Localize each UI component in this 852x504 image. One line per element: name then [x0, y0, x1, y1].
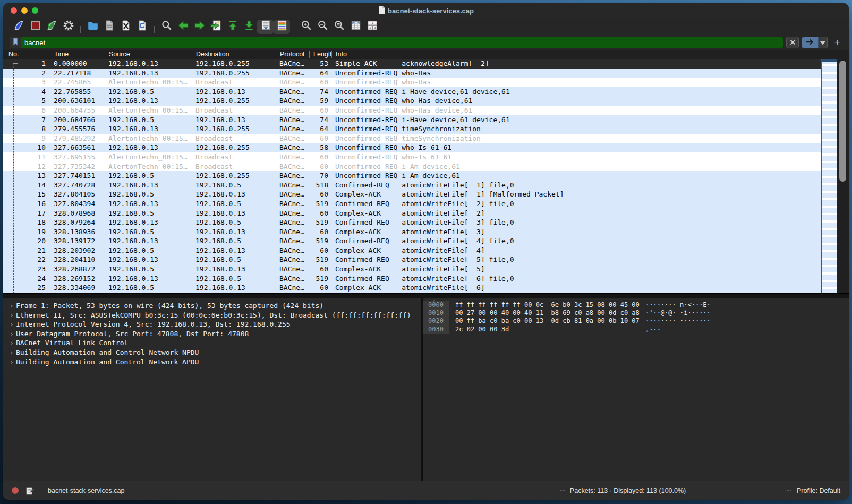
- zoom-reset-button[interactable]: [331, 20, 347, 34]
- detail-tree-item[interactable]: ›Internet Protocol Version 4, Src: 192.1…: [3, 320, 421, 329]
- hex-ascii[interactable]: ,···=: [645, 326, 664, 334]
- detail-tree-label: Frame 1: Packet, 53 bytes on wire (424 b…: [16, 302, 323, 310]
- packet-row[interactable]: 23328.268872192.168.0.5192.168.0.13BACne…: [3, 264, 849, 274]
- packet-row[interactable]: 9279.485292AlertonTechn_00:15…BroadcastB…: [3, 134, 849, 143]
- packet-row[interactable]: 20328.139172192.168.0.13192.168.0.5BACne…: [3, 236, 849, 246]
- packet-row[interactable]: 14327.740728192.168.0.13192.168.0.5BACne…: [3, 181, 849, 190]
- detail-tree-item[interactable]: ›Building Automation and Control Network…: [3, 348, 421, 357]
- packet-row[interactable]: 322.745865AlertonTechn_00:15…BroadcastBA…: [3, 78, 849, 87]
- restart-capture-button[interactable]: [44, 20, 60, 34]
- hex-ascii[interactable]: ········ n·<···E·: [645, 301, 711, 309]
- capture-options-button[interactable]: [60, 20, 76, 34]
- expand-chevron-icon[interactable]: ›: [7, 357, 16, 367]
- go-back-button[interactable]: [175, 20, 191, 34]
- packet-row[interactable]: 5200.636101192.168.0.13192.168.0.255BACn…: [3, 96, 849, 106]
- reload-file-button[interactable]: [134, 20, 150, 34]
- filter-bookmark-button[interactable]: [10, 37, 21, 48]
- packet-row[interactable]: 18328.079264192.168.0.13192.168.0.5BACne…: [3, 218, 849, 227]
- expert-info-icon[interactable]: [12, 487, 19, 494]
- expand-chevron-icon[interactable]: ›: [7, 338, 16, 348]
- expand-chevron-icon[interactable]: ›: [7, 311, 16, 320]
- packet-row[interactable]: 8279.455576192.168.0.13192.168.0.255BACn…: [3, 124, 849, 134]
- packet-row[interactable]: 16327.804394192.168.0.13192.168.0.5BACne…: [3, 199, 849, 209]
- hex-row[interactable]: 002000 ff ba c0 ba c0 00 13 0d cb 81 0a …: [423, 317, 849, 325]
- packet-minimap[interactable]: [821, 59, 837, 293]
- packet-row[interactable]: 10.000000192.168.0.13192.168.0.255BACne……: [3, 59, 849, 69]
- save-file-button[interactable]: [101, 20, 117, 34]
- toolbar-separator: [294, 21, 294, 33]
- hex-ascii[interactable]: ········ ········: [645, 317, 711, 325]
- detail-tree-item[interactable]: ›Building Automation and Control Network…: [3, 357, 421, 367]
- packet-row[interactable]: 24328.269152192.168.0.13192.168.0.5BACne…: [3, 274, 849, 284]
- go-first-button[interactable]: [224, 20, 241, 34]
- expand-chevron-icon[interactable]: ›: [7, 320, 16, 329]
- column-header-time[interactable]: Time: [50, 51, 105, 58]
- detail-tree-item[interactable]: ›Frame 1: Packet, 53 bytes on wire (424 …: [3, 301, 421, 311]
- colorize-button[interactable]: [274, 20, 290, 34]
- minimize-window-button[interactable]: [21, 7, 28, 14]
- column-header-source[interactable]: Source: [105, 51, 192, 58]
- go-forward-button[interactable]: [191, 20, 208, 34]
- packet-row[interactable]: 19328.138936192.168.0.5192.168.0.13BACne…: [3, 227, 849, 237]
- status-profile[interactable]: Profile: Default: [797, 487, 840, 494]
- display-filter-field[interactable]: [9, 37, 783, 48]
- zoom-window-button[interactable]: [32, 7, 38, 14]
- detail-tree-item[interactable]: ›User Datagram Protocol, Src Port: 47808…: [3, 329, 421, 339]
- hex-bytes[interactable]: 00 27 00 00 40 00 40 11 b8 69 c0 a8 00 0…: [455, 309, 640, 317]
- packet-row[interactable]: 6200.664755AlertonTechn_00:15…BroadcastB…: [3, 106, 849, 115]
- packet-cell-time: 327.740728: [50, 181, 105, 190]
- hex-bytes[interactable]: 2c 02 00 00 3d: [455, 326, 640, 334]
- column-header-destination[interactable]: Destination: [192, 51, 276, 58]
- packet-row[interactable]: 22328.204110192.168.0.13192.168.0.5BACne…: [3, 255, 849, 264]
- filter-add-button[interactable]: +: [830, 36, 844, 49]
- zoom-in-button[interactable]: [298, 20, 314, 34]
- stop-capture-button[interactable]: [27, 20, 44, 34]
- auto-scroll-button[interactable]: [257, 20, 274, 34]
- start-capture-button[interactable]: [11, 20, 27, 34]
- scrollbar-thumb[interactable]: [839, 61, 846, 182]
- detail-tree-item[interactable]: ›BACnet Virtual Link Control: [3, 338, 421, 348]
- hex-ascii[interactable]: ·'··@·@· ·i······: [645, 309, 711, 317]
- close-window-button[interactable]: [11, 7, 17, 14]
- expand-chevron-icon[interactable]: ›: [7, 348, 16, 357]
- find-packet-button[interactable]: [158, 20, 175, 34]
- hex-row[interactable]: 0000ff ff ff ff ff ff 00 0c 6e b0 3c 15 …: [423, 301, 849, 309]
- pane-splitter[interactable]: [3, 293, 849, 298]
- go-last-button[interactable]: [241, 20, 257, 34]
- close-file-icon: [121, 20, 131, 33]
- hex-row[interactable]: 00302c 02 00 00 3d,···=: [423, 326, 849, 334]
- expand-chevron-icon[interactable]: ›: [7, 329, 16, 339]
- detail-tree-item[interactable]: ›Ethernet II, Src: ASUSTekCOMPU_b0:3c:15…: [3, 311, 421, 320]
- packet-row[interactable]: 7200.684766192.168.0.5192.168.0.13BACne……: [3, 115, 849, 125]
- resize-columns-button[interactable]: [347, 20, 364, 34]
- packet-row[interactable]: 21328.203902192.168.0.5192.168.0.13BACne…: [3, 246, 849, 255]
- column-header-info[interactable]: Info: [331, 51, 849, 58]
- packet-row[interactable]: 13327.740151192.168.0.5192.168.0.255BACn…: [3, 171, 849, 181]
- capture-comment-icon[interactable]: [26, 486, 34, 495]
- layout-button[interactable]: 123: [364, 20, 380, 34]
- column-header-no[interactable]: No.: [3, 51, 50, 58]
- zoom-out-button[interactable]: [314, 20, 331, 34]
- display-filter-input[interactable]: [21, 39, 783, 47]
- hex-row[interactable]: 001000 27 00 00 40 00 40 11 b8 69 c0 a8 …: [423, 309, 849, 317]
- open-file-button[interactable]: [84, 20, 101, 34]
- filter-history-button[interactable]: [819, 37, 828, 48]
- packet-row[interactable]: 11327.695155AlertonTechn_00:15…Broadcast…: [3, 152, 849, 162]
- filter-apply-button[interactable]: [802, 37, 819, 48]
- column-header-protocol[interactable]: Protocol: [276, 51, 309, 58]
- packet-row[interactable]: 15327.804105192.168.0.5192.168.0.13BACne…: [3, 190, 849, 199]
- packet-row[interactable]: 222.717118192.168.0.13192.168.0.255BACne…: [3, 69, 849, 78]
- filter-clear-button[interactable]: [786, 37, 799, 48]
- packet-row[interactable]: 12327.735342AlertonTechn_00:15…Broadcast…: [3, 162, 849, 172]
- close-file-button[interactable]: [117, 20, 134, 34]
- packet-row[interactable]: 422.765855192.168.0.5192.168.0.13BACne…7…: [3, 87, 849, 97]
- hex-bytes[interactable]: ff ff ff ff ff ff 00 0c 6e b0 3c 15 08 0…: [455, 301, 640, 309]
- packet-row[interactable]: 10327.663561192.168.0.13192.168.0.255BAC…: [3, 143, 849, 152]
- expand-chevron-icon[interactable]: ›: [7, 301, 16, 311]
- go-to-packet-button[interactable]: [208, 20, 224, 34]
- column-header-length[interactable]: Length: [309, 51, 331, 58]
- packet-row[interactable]: 17328.078968192.168.0.5192.168.0.13BACne…: [3, 209, 849, 218]
- packet-list-scrollbar[interactable]: [837, 59, 849, 293]
- packet-row[interactable]: 25328.334069192.168.0.5192.168.0.13BACne…: [3, 283, 849, 293]
- hex-bytes[interactable]: 00 ff ba c0 ba c0 00 13 0d cb 81 0a 00 0…: [455, 317, 640, 325]
